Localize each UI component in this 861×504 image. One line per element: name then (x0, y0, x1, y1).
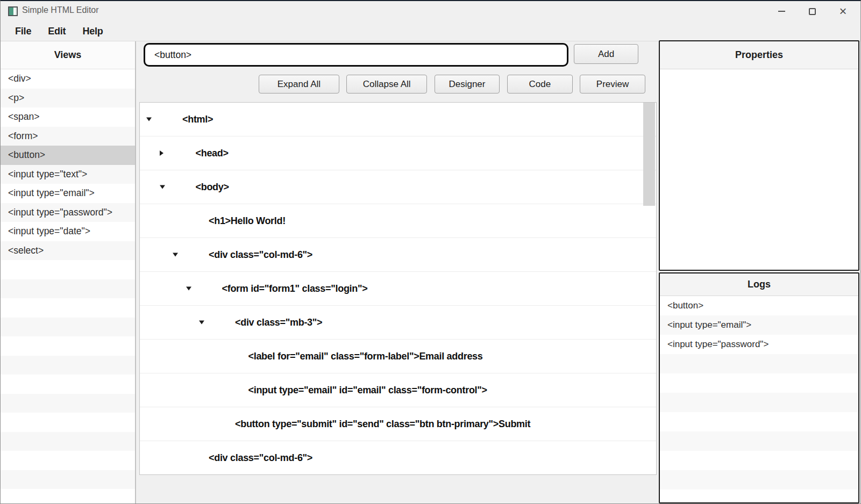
tree-scrollbar-thumb[interactable] (643, 103, 655, 206)
tree-node-label: <h1>Hello World! (209, 215, 286, 227)
tree-node[interactable]: <label for="email" class="form-label">Em… (140, 340, 656, 373)
sidebar-item-input-type-text[interactable]: <input type="text"> (1, 165, 135, 184)
sidebar-item-button[interactable]: <button> (1, 146, 135, 165)
tree-node[interactable]: <html> (140, 103, 656, 136)
views-list: <div><p><span><form><button><input type=… (1, 69, 135, 504)
sidebar-empty-row (1, 298, 135, 318)
sidebar-item-input-type-password[interactable]: <input type="password"> (1, 203, 135, 222)
sidebar-item-input-type-email[interactable]: <input type="email"> (1, 184, 135, 203)
designer-button[interactable]: Designer (435, 75, 500, 93)
log-empty-row (660, 470, 858, 489)
sidebar-empty-row (1, 336, 135, 356)
menu-edit[interactable]: Edit (48, 26, 66, 37)
menu-bar: File Edit Help (1, 21, 860, 41)
sidebar-empty-row (1, 356, 135, 375)
menu-help[interactable]: Help (82, 26, 103, 37)
tree-node-label: <div class="mb-3"> (235, 317, 322, 328)
tree-node[interactable]: <div class="col-md-6"> (140, 238, 656, 272)
add-button[interactable]: Add (574, 44, 638, 64)
sidebar-item-input-type-date[interactable]: <input type="date"> (1, 222, 135, 241)
dom-tree: <html><head><body><h1>Hello World!<div c… (139, 102, 657, 475)
tree-node[interactable]: <body> (140, 170, 656, 204)
collapse-arrow-icon[interactable] (173, 253, 178, 257)
sidebar-empty-row (1, 318, 135, 337)
sidebar-empty-row (1, 489, 135, 504)
log-empty-row (660, 354, 858, 373)
tree-node[interactable]: <h1>Hello World! (140, 204, 656, 238)
code-button[interactable]: Code (507, 75, 573, 93)
tree-node-label: <div class="col-md-6"> (209, 249, 312, 261)
tree-node[interactable]: <form id="form1" class="login"> (140, 272, 656, 306)
preview-button[interactable]: Preview (580, 75, 645, 93)
sidebar-item-select[interactable]: <select> (1, 241, 135, 261)
views-header: Views (1, 41, 135, 69)
sidebar-empty-row (1, 413, 135, 432)
sidebar-item-form[interactable]: <form> (1, 127, 135, 146)
toolbar: Expand All Collapse All Designer Code Pr… (259, 75, 645, 93)
window-title: Simple HTML Editor (22, 5, 99, 15)
maximize-icon (809, 8, 816, 15)
properties-panel: Properties (659, 40, 859, 271)
close-icon: × (839, 5, 846, 18)
tag-input[interactable] (144, 43, 568, 67)
menu-file[interactable]: File (15, 26, 31, 37)
log-empty-row (660, 431, 858, 451)
log-empty-row (660, 373, 858, 393)
tree-node-label: <input type="email" id="email" class="fo… (248, 385, 487, 396)
logs-list: <button><input type="email"><input type=… (660, 296, 858, 503)
tree-node[interactable]: <div class="col-md-6"> (140, 441, 656, 475)
sidebar-item-span[interactable]: <span> (1, 107, 135, 127)
tree-node-label: <button type="submit" id="send" class="b… (235, 419, 530, 430)
logs-header: Logs (660, 273, 858, 296)
collapse-arrow-icon[interactable] (146, 118, 152, 121)
properties-header: Properties (660, 41, 858, 69)
minimize-button[interactable] (766, 1, 797, 21)
collapse-arrow-icon[interactable] (199, 321, 204, 325)
log-empty-row (660, 412, 858, 431)
log-entry[interactable]: <input type="password"> (660, 335, 858, 354)
tree-node-label: <form id="form1" class="login"> (222, 283, 368, 294)
tree-node-label: <body> (196, 182, 229, 193)
log-entry[interactable]: <input type="email"> (660, 315, 858, 335)
tree-node[interactable]: <div class="mb-3"> (140, 306, 656, 340)
app-icon (8, 6, 18, 16)
sidebar-empty-row (1, 432, 135, 451)
collapse-arrow-icon[interactable] (186, 287, 191, 291)
expand-all-button[interactable]: Expand All (259, 75, 339, 93)
sidebar-empty-row (1, 260, 135, 279)
log-empty-row (660, 451, 858, 470)
maximize-button[interactable] (797, 1, 828, 21)
close-button[interactable]: × (828, 1, 858, 21)
tree-node-label: <label for="email" class="form-label">Em… (248, 351, 483, 362)
sidebar-item-div[interactable]: <div> (1, 69, 135, 89)
logs-panel: Logs <button><input type="email"><input … (659, 272, 859, 503)
views-panel: Views <div><p><span><form><button><input… (1, 41, 136, 504)
sidebar-item-p[interactable]: <p> (1, 89, 135, 108)
sidebar-empty-row (1, 394, 135, 413)
sidebar-empty-row (1, 451, 135, 470)
log-empty-row (660, 489, 858, 503)
app-window: Simple HTML Editor × File Edit Help View… (0, 0, 861, 504)
tree-node[interactable]: <head> (140, 136, 656, 170)
sidebar-empty-row (1, 470, 135, 489)
tree-node[interactable]: <input type="email" id="email" class="fo… (140, 373, 656, 407)
tree-node-label: <head> (196, 148, 229, 159)
tree-node-label: <html> (182, 114, 213, 125)
log-empty-row (660, 393, 858, 412)
dom-tree-rows: <html><head><body><h1>Hello World!<div c… (140, 103, 656, 475)
collapse-arrow-icon[interactable] (160, 185, 165, 189)
collapse-all-button[interactable]: Collapse All (346, 75, 427, 93)
tree-node-label: <div class="col-md-6"> (209, 452, 312, 464)
expand-arrow-icon[interactable] (160, 150, 163, 156)
title-bar[interactable]: Simple HTML Editor × (1, 1, 860, 21)
sidebar-empty-row (1, 279, 135, 299)
sidebar-empty-row (1, 375, 135, 394)
log-entry[interactable]: <button> (660, 296, 858, 315)
minimize-icon (778, 11, 785, 12)
tree-node[interactable]: <button type="submit" id="send" class="b… (140, 407, 656, 441)
